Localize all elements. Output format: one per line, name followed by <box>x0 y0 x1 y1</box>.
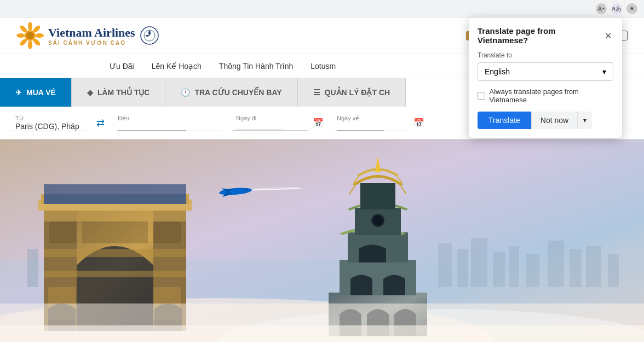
always-translate-checkbox[interactable] <box>478 92 485 100</box>
tab-mua-ve-label: MUA VÉ <box>26 88 56 97</box>
font-size-icon[interactable]: A+ <box>596 3 607 14</box>
browser-bar: A+ aあ ★ <box>0 0 644 17</box>
tab-lam-thu-tuc[interactable]: ◈ LÀM THỦ TỤC <box>72 78 165 107</box>
svg-rect-34 <box>44 271 186 277</box>
svg-rect-42 <box>44 194 186 204</box>
svg-rect-14 <box>27 249 38 287</box>
svg-rect-19 <box>471 238 487 287</box>
svg-point-52 <box>373 215 383 225</box>
popup-header: Translate page from Vietnamese? ✕ <box>478 26 613 45</box>
depart-date-field[interactable]: Ngày đi ___________ 📅 <box>232 115 324 131</box>
logo-icon <box>16 22 44 49</box>
svg-point-3 <box>35 33 44 38</box>
from-label: Từ <box>15 115 83 122</box>
calendar-return-icon: 📅 <box>413 118 424 128</box>
logo-text: Vietnam Airlines SÁI CÁNH VƯƠN CAO <box>48 26 135 46</box>
selected-language: English <box>485 67 510 76</box>
return-date-field[interactable]: Ngày về ___________ 📅 <box>332 115 424 131</box>
depart-value: ___________ <box>236 121 304 130</box>
to-field[interactable]: Đến ________________ <box>113 115 223 131</box>
svg-rect-53 <box>360 183 395 209</box>
more-options-button[interactable]: ▾ <box>577 112 592 129</box>
nav-lotus[interactable]: Lotusm <box>311 62 336 71</box>
svg-rect-37 <box>49 221 77 243</box>
svg-rect-39 <box>153 221 181 243</box>
tab-tra-cuu-label: TRA CỨU CHUYẾN BAY <box>194 88 281 97</box>
list-icon: ☰ <box>313 88 320 97</box>
depart-label: Ngày đi <box>236 115 304 121</box>
nav-hanh-trinh[interactable]: Thông Tin Hành Trình <box>219 62 293 71</box>
logo-title: Vietnam Airlines <box>48 26 135 40</box>
svg-rect-23 <box>548 241 564 287</box>
logo-subtitle: SÁI CÁNH VƯƠN CAO <box>48 40 135 46</box>
to-value: ________________ <box>118 122 219 131</box>
not-now-button[interactable]: Not now <box>531 112 577 129</box>
hero-svg <box>0 139 644 342</box>
to-label: Đến <box>118 115 219 122</box>
svg-rect-20 <box>493 252 505 287</box>
chevron-down-icon: ▾ <box>602 67 606 76</box>
tab-tra-cuu[interactable]: 🕐 TRA CỨU CHUYẾN BAY <box>165 78 297 107</box>
always-translate-label: Always translate pages from Vietnamese <box>490 87 613 104</box>
nav-uu-dai[interactable]: Ưu Đãi <box>110 62 134 71</box>
calendar-icon: 📅 <box>313 118 324 128</box>
svg-point-7 <box>16 33 25 38</box>
translate-to-label: Translate to <box>478 51 613 59</box>
translate-button[interactable]: Translate <box>478 112 531 129</box>
crane-emblem <box>140 26 159 45</box>
translate-popup: Translate page from Vietnamese? ✕ Transl… <box>469 17 622 138</box>
svg-rect-38 <box>82 221 148 243</box>
tab-mua-ve[interactable]: ✈ MUA VÉ <box>0 78 72 107</box>
from-field[interactable]: Từ Paris (CDG), Pháp <box>11 115 88 131</box>
tab-quan-ly[interactable]: ☰ QUẢN LÝ ĐẶT CH <box>298 78 406 107</box>
svg-rect-60 <box>0 325 644 342</box>
popup-title: Translate page from Vietnamese? <box>478 26 603 45</box>
tab-lam-thu-tuc-label: LÀM THỦ TỤC <box>97 88 150 97</box>
clock-icon: 🕐 <box>181 88 190 97</box>
svg-point-1 <box>28 22 32 31</box>
svg-rect-22 <box>526 254 539 287</box>
svg-rect-26 <box>608 254 619 287</box>
svg-point-9 <box>26 32 34 39</box>
checkin-icon: ◈ <box>87 88 93 97</box>
language-select[interactable]: English ▾ <box>478 62 613 81</box>
always-translate-row[interactable]: Always translate pages from Vietnamese <box>478 87 613 104</box>
nav-ke-hoach[interactable]: Lên Kế Hoạch <box>152 62 202 71</box>
svg-rect-33 <box>44 249 186 257</box>
plane-icon: ✈ <box>15 88 22 97</box>
svg-rect-17 <box>438 243 452 287</box>
svg-rect-24 <box>570 249 582 287</box>
svg-rect-25 <box>586 246 601 287</box>
svg-rect-21 <box>509 246 519 287</box>
favorite-icon[interactable]: ★ <box>626 3 637 14</box>
hero-section <box>0 139 644 342</box>
tab-quan-ly-label: QUẢN LÝ ĐẶT CH <box>325 88 390 97</box>
svg-rect-43 <box>44 184 186 194</box>
from-value: Paris (CDG), Pháp <box>15 122 83 131</box>
svg-point-5 <box>28 40 32 49</box>
svg-rect-18 <box>457 249 468 287</box>
return-value: ___________ <box>337 122 405 131</box>
logo-area[interactable]: Vietnam Airlines SÁI CÁNH VƯƠN CAO <box>16 22 159 49</box>
popup-actions: Translate Not now ▾ <box>478 112 613 129</box>
close-button[interactable]: ✕ <box>603 30 613 41</box>
swap-button[interactable]: ⇄ <box>96 117 105 129</box>
translate-browser-icon[interactable]: aあ <box>611 3 622 14</box>
return-label: Ngày về <box>337 115 405 122</box>
svg-rect-32 <box>44 211 186 221</box>
